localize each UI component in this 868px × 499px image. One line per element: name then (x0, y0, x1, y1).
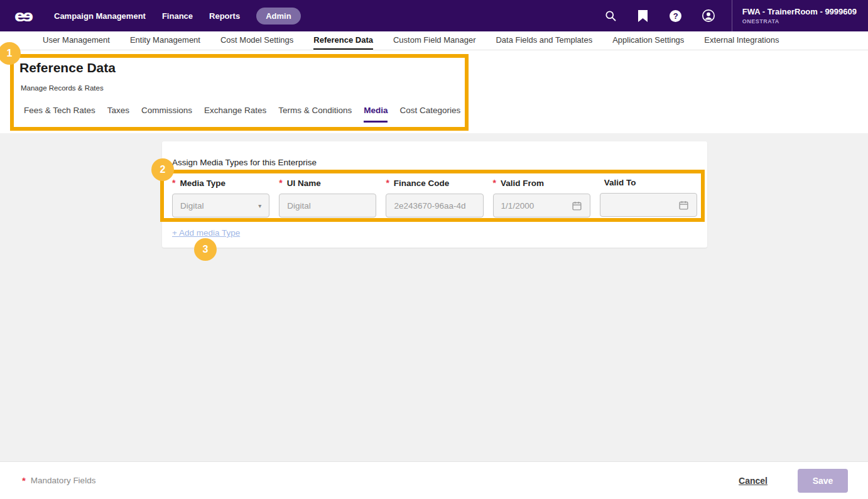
cancel-button[interactable]: Cancel (739, 476, 768, 486)
ui-name-input[interactable]: Digital (279, 194, 376, 217)
admin-nav-application-settings[interactable]: Application Settings (612, 31, 684, 50)
page-subtitle: Manage Records & Rates (21, 84, 868, 92)
nav-finance[interactable]: Finance (162, 11, 193, 21)
calendar-icon[interactable] (572, 200, 582, 211)
annotation-step-3: 3 (194, 238, 217, 261)
valid-to-date-input[interactable] (600, 193, 697, 217)
nav-campaign-management[interactable]: Campaign Management (54, 11, 146, 21)
topbar: ee Campaign Management Finance Reports A… (0, 0, 868, 31)
admin-nav-reference-data[interactable]: Reference Data (313, 31, 373, 50)
top-nav: Campaign Management Finance Reports Admi… (54, 8, 301, 25)
search-icon[interactable] (604, 9, 617, 23)
profile-icon[interactable] (702, 9, 715, 23)
field-ui-name: * UI Name Digital (279, 178, 376, 217)
valid-to-label: Valid To (604, 178, 636, 187)
save-button[interactable]: Save (798, 469, 848, 493)
admin-nav-entity-management[interactable]: Entity Management (130, 31, 200, 50)
tab-terms-conditions[interactable]: Terms & Conditions (278, 106, 352, 123)
required-asterisk: * (386, 178, 389, 188)
app-window: ee Campaign Management Finance Reports A… (0, 0, 868, 499)
topbar-icons: ? (604, 9, 715, 23)
nav-reports[interactable]: Reports (209, 11, 240, 21)
logo-glyph-right: e (24, 8, 33, 24)
footer-actions: Cancel Save (739, 469, 848, 493)
account-name: FWA - TrainerRoom - 9999609 (742, 7, 857, 16)
chevron-down-icon: ▾ (258, 202, 261, 209)
tab-taxes[interactable]: Taxes (107, 106, 129, 123)
admin-nav-external-integrations[interactable]: External Integrations (704, 31, 779, 50)
ui-name-label: UI Name (287, 178, 321, 188)
footer-bar: * Mandatory Fields Cancel Save (0, 461, 868, 499)
page-title: Reference Data (19, 60, 868, 75)
reference-data-tabs: Fees & Tech Rates Taxes Commissions Exch… (24, 106, 868, 123)
mediaocean-logo-icon[interactable]: ee (9, 8, 39, 24)
bookmark-icon[interactable] (636, 9, 650, 23)
tab-fees-tech-rates[interactable]: Fees & Tech Rates (24, 106, 95, 123)
media-type-row: * Media Type Digital ▾ * UI Name Digital (172, 178, 697, 217)
add-media-type-link[interactable]: + Add media Type (172, 228, 240, 238)
annotation-step-2: 2 (151, 158, 174, 181)
admin-nav-data-fields-templates[interactable]: Data Fields and Templates (496, 31, 592, 50)
field-valid-from: * Valid From 1/1/2000 (493, 178, 590, 217)
mandatory-fields-note: * Mandatory Fields (22, 475, 95, 486)
finance-code-label: Finance Code (394, 178, 450, 188)
mandatory-fields-label: Mandatory Fields (31, 476, 96, 485)
account-product: ONESTRATA (742, 18, 857, 25)
help-icon[interactable]: ? (669, 9, 683, 23)
tab-exchange-rates[interactable]: Exchange Rates (204, 106, 266, 123)
tab-commissions[interactable]: Commissions (141, 106, 192, 123)
field-valid-to: Valid To (600, 178, 697, 217)
calendar-icon[interactable] (678, 200, 689, 211)
card-heading: Assign Media Types for this Enterprise (172, 158, 697, 167)
required-asterisk: * (279, 178, 282, 188)
valid-from-label: Valid From (501, 178, 544, 188)
finance-code-input[interactable]: 2e243670-96aa-4d (386, 194, 483, 217)
logo-glyph-left: e (14, 8, 24, 24)
admin-nav-cost-model-settings[interactable]: Cost Model Settings (220, 31, 293, 50)
field-finance-code: * Finance Code 2e243670-96aa-4d (386, 178, 483, 217)
tab-media[interactable]: Media (364, 106, 388, 123)
tab-cost-categories[interactable]: Cost Categories (399, 106, 460, 123)
required-asterisk: * (22, 475, 26, 486)
admin-nav: User Management Entity Management Cost M… (0, 31, 868, 50)
page-header: Reference Data Manage Records & Rates Fe… (0, 50, 868, 133)
valid-from-date-input[interactable]: 1/1/2000 (493, 194, 590, 217)
help-glyph: ? (670, 10, 681, 22)
media-types-card: Assign Media Types for this Enterprise *… (162, 141, 707, 248)
required-asterisk: * (172, 178, 175, 188)
media-type-select[interactable]: Digital ▾ (172, 194, 269, 217)
media-type-label: Media Type (180, 178, 225, 188)
content-area: Assign Media Types for this Enterprise *… (0, 133, 868, 461)
admin-nav-custom-field-manager[interactable]: Custom Field Manager (393, 31, 476, 50)
nav-admin[interactable]: Admin (256, 8, 300, 25)
topbar-right: ? FWA - TrainerRoom - 9999609 ONESTRATA (604, 0, 868, 31)
field-media-type: * Media Type Digital ▾ (172, 178, 269, 217)
account-block[interactable]: FWA - TrainerRoom - 9999609 ONESTRATA (732, 7, 868, 25)
required-asterisk: * (493, 178, 496, 188)
admin-nav-user-management[interactable]: User Management (43, 31, 110, 50)
